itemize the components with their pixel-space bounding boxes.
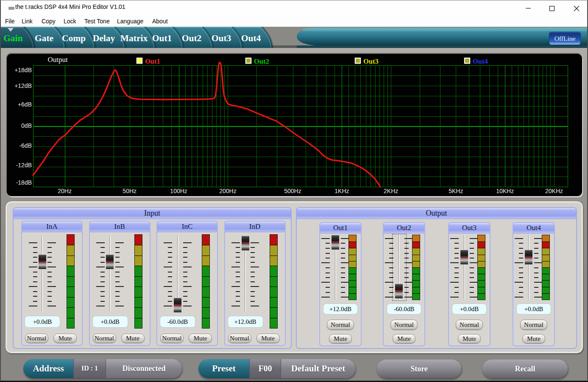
svg-text:+12dB: +12dB (14, 82, 32, 89)
svg-text:Out4: Out4 (473, 57, 488, 65)
svg-text:20KHz: 20KHz (545, 188, 563, 194)
svg-text:1KHz: 1KHz (334, 188, 349, 194)
svg-text:Out1: Out1 (152, 33, 172, 43)
svg-text:Out2: Out2 (182, 33, 202, 43)
svg-text:-12dB: -12dB (16, 162, 32, 169)
svg-text:Delay: Delay (93, 33, 115, 43)
svg-text:500Hz: 500Hz (284, 188, 301, 194)
svg-text:Gate: Gate (35, 33, 53, 43)
svg-text:10KHz: 10KHz (496, 188, 514, 194)
svg-text:Out3: Out3 (363, 57, 379, 65)
svg-text:5KHz: 5KHz (449, 188, 463, 194)
svg-text:OffLine: OffLine (555, 35, 576, 42)
svg-text:Matrix: Matrix (120, 33, 148, 43)
svg-text:-18dB: -18dB (16, 179, 32, 186)
svg-text:+18dB: +18dB (14, 67, 32, 73)
svg-text:Gain: Gain (3, 33, 22, 43)
svg-text:+6dB: +6dB (18, 101, 32, 108)
svg-text:2KHz: 2KHz (384, 188, 398, 194)
svg-text:200Hz: 200Hz (219, 188, 236, 194)
svg-text:50Hz: 50Hz (123, 188, 137, 194)
svg-text:Out2: Out2 (254, 57, 269, 65)
svg-text:100Hz: 100Hz (170, 188, 187, 194)
svg-text:Out3: Out3 (212, 33, 231, 43)
svg-text:Out4: Out4 (241, 33, 261, 43)
svg-text:Comp: Comp (62, 33, 86, 43)
svg-text:0dB: 0dB (21, 122, 32, 129)
svg-text:20Hz: 20Hz (58, 188, 72, 194)
svg-text:Out1: Out1 (145, 57, 160, 65)
svg-text:-6dB: -6dB (19, 142, 32, 149)
svg-text:Output: Output (47, 56, 68, 64)
